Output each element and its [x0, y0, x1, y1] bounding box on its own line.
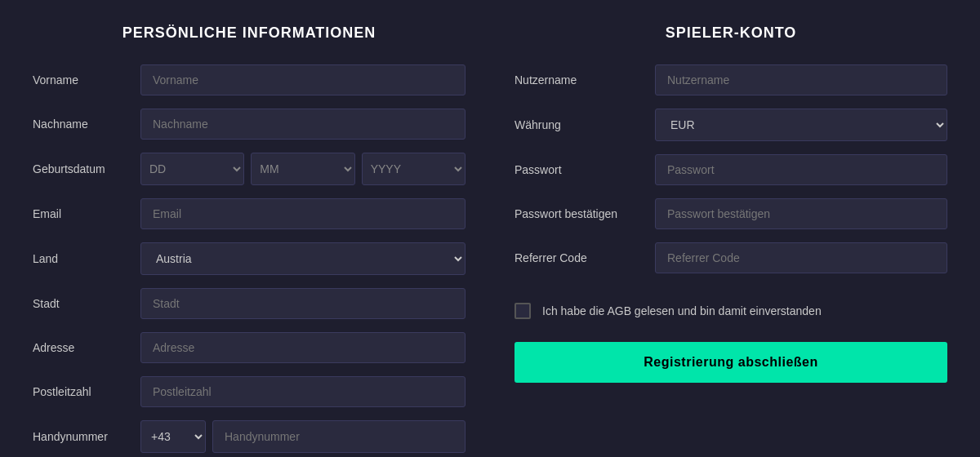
waehrung-label: Währung	[514, 118, 645, 131]
land-label: Land	[33, 252, 131, 265]
passwort-bestaetigen-row: Passwort bestätigen	[514, 198, 947, 229]
agb-checkbox[interactable]	[514, 303, 531, 319]
geburtsdatum-row: Geburtsdatum DD MM YYYY	[33, 153, 466, 185]
handynummer-label: Handynummer	[33, 430, 131, 443]
passwort-row: Passwort	[514, 154, 947, 185]
nachname-input[interactable]	[140, 109, 466, 140]
handynummer-row: Handynummer +43	[33, 420, 466, 453]
agb-label: Ich habe die AGB gelesen und bin damit e…	[542, 304, 822, 317]
nutzername-label: Nutzername	[514, 73, 645, 87]
email-row: Email	[33, 198, 466, 229]
vorname-input[interactable]	[140, 64, 466, 95]
postleitzahl-input[interactable]	[140, 376, 466, 407]
adresse-input[interactable]	[140, 332, 466, 363]
referrer-code-input[interactable]	[655, 242, 947, 273]
vorname-row: Vorname	[33, 64, 466, 95]
passwort-input[interactable]	[655, 154, 947, 185]
personal-info-section: PERSÖNLICHE INFORMATIONEN Vorname Nachna…	[33, 24, 466, 457]
passwort-label: Passwort	[514, 163, 645, 176]
month-select[interactable]: MM	[251, 153, 354, 185]
nachname-label: Nachname	[33, 118, 131, 131]
register-button[interactable]: Registrierung abschließen	[514, 342, 947, 383]
vorname-label: Vorname	[33, 73, 131, 87]
agb-row: Ich habe die AGB gelesen und bin damit e…	[514, 303, 947, 319]
nutzername-input[interactable]	[655, 64, 947, 95]
referrer-code-label: Referrer Code	[514, 251, 645, 264]
account-section: SPIELER-KONTO Nutzername Währung EUR Pas…	[514, 24, 947, 457]
adresse-row: Adresse	[33, 332, 466, 363]
waehrung-row: Währung EUR	[514, 109, 947, 141]
geburtsdatum-label: Geburtsdatum	[33, 162, 131, 175]
email-label: Email	[33, 207, 131, 220]
email-input[interactable]	[140, 198, 466, 229]
account-title: SPIELER-KONTO	[514, 24, 947, 42]
stadt-input[interactable]	[140, 288, 466, 319]
two-column-layout: PERSÖNLICHE INFORMATIONEN Vorname Nachna…	[33, 24, 947, 457]
day-select[interactable]: DD	[140, 153, 244, 185]
date-group: DD MM YYYY	[140, 153, 466, 185]
land-row: Land Austria	[33, 242, 466, 275]
phone-prefix-select[interactable]: +43	[140, 420, 206, 453]
passwort-bestaetigen-input[interactable]	[655, 198, 947, 229]
passwort-bestaetigen-label: Passwort bestätigen	[514, 207, 645, 220]
nachname-row: Nachname	[33, 109, 466, 140]
adresse-label: Adresse	[33, 341, 131, 354]
phone-group: +43	[140, 420, 466, 453]
referrer-code-row: Referrer Code	[514, 242, 947, 273]
nutzername-row: Nutzername	[514, 64, 947, 95]
postleitzahl-row: Postleitzahl	[33, 376, 466, 407]
phone-input[interactable]	[212, 420, 466, 453]
year-select[interactable]: YYYY	[362, 153, 466, 185]
land-select[interactable]: Austria	[140, 242, 466, 275]
stadt-label: Stadt	[33, 297, 131, 310]
page-container: PERSÖNLICHE INFORMATIONEN Vorname Nachna…	[0, 0, 980, 457]
postleitzahl-label: Postleitzahl	[33, 385, 131, 398]
waehrung-select[interactable]: EUR	[655, 109, 947, 141]
personal-info-title: PERSÖNLICHE INFORMATIONEN	[33, 24, 466, 42]
stadt-row: Stadt	[33, 288, 466, 319]
